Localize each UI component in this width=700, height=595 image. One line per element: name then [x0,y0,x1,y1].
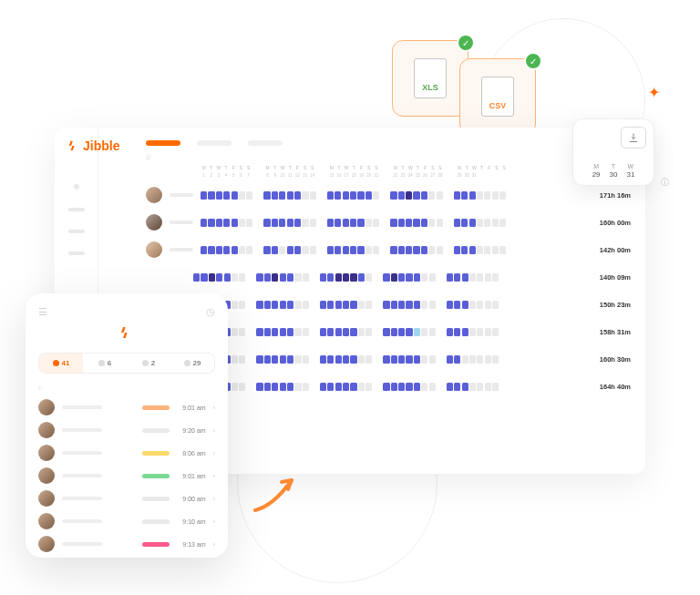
day-cell[interactable] [373,191,379,200]
day-cell[interactable] [391,383,397,391]
info-icon[interactable]: ⓘ [661,177,669,189]
day-cell[interactable] [287,191,293,200]
day-cell[interactable] [256,273,262,282]
day-cell[interactable] [239,273,245,282]
day-cell[interactable] [239,355,245,364]
day-cell[interactable] [343,273,349,282]
day-cell[interactable] [224,273,231,282]
day-cell[interactable] [272,191,278,200]
day-cell[interactable] [383,328,389,336]
day-cell[interactable] [320,383,326,391]
day-cell[interactable] [272,383,278,391]
day-cell[interactable] [447,383,453,391]
day-cell[interactable] [279,246,285,254]
day-cell[interactable] [413,219,419,227]
day-cell[interactable] [365,219,372,227]
day-cell[interactable] [272,328,278,336]
day-cell[interactable] [256,383,262,391]
day-cell[interactable] [327,301,334,309]
day-cell[interactable] [499,246,506,254]
day-cell[interactable] [216,219,222,227]
date-column[interactable]: M29 [592,163,601,180]
day-cell[interactable] [429,301,436,309]
day-cell[interactable] [232,219,238,227]
status-tab[interactable]: 29 [170,354,214,373]
day-cell[interactable] [280,301,286,309]
member-row[interactable]: 9:01 am › [38,467,215,484]
status-tab[interactable]: 6 [83,354,127,373]
day-cell[interactable] [406,383,412,391]
day-cell[interactable] [485,328,491,336]
day-cell[interactable] [447,355,453,364]
day-cell[interactable] [327,328,334,336]
day-cell[interactable] [310,219,316,227]
day-cell[interactable] [272,219,278,227]
day-cell[interactable] [294,219,301,227]
day-cell[interactable] [287,219,293,227]
day-cell[interactable] [485,273,491,282]
day-cell[interactable] [350,355,356,364]
day-cell[interactable] [246,191,252,200]
day-cell[interactable] [437,246,443,254]
day-cell[interactable] [343,246,349,254]
day-cell[interactable] [421,219,427,227]
day-cell[interactable] [462,355,468,364]
tab[interactable] [248,140,283,146]
day-cell[interactable] [272,273,278,282]
day-cell[interactable] [365,301,372,309]
day-cell[interactable] [484,191,490,200]
day-cell[interactable] [428,191,435,200]
day-cell[interactable] [246,219,252,227]
day-cell[interactable] [239,219,245,227]
day-cell[interactable] [462,328,468,336]
day-cell[interactable] [343,383,349,391]
day-cell[interactable] [327,383,334,391]
day-cell[interactable] [358,301,365,309]
day-cell[interactable] [373,219,379,227]
day-cell[interactable] [414,301,420,309]
day-cell[interactable] [263,219,270,227]
day-cell[interactable] [454,246,460,254]
day-cell[interactable] [327,246,334,254]
day-cell[interactable] [303,355,309,364]
day-cell[interactable] [320,273,326,282]
day-cell[interactable] [390,246,396,254]
day-cell[interactable] [492,328,499,336]
day-cell[interactable] [302,246,308,254]
day-cell[interactable] [201,246,207,254]
day-cell[interactable] [264,383,271,391]
day-cell[interactable] [335,273,342,282]
day-cell[interactable] [398,301,405,309]
day-cell[interactable] [391,355,397,364]
nav-item[interactable] [68,208,85,211]
day-cell[interactable] [208,191,214,200]
day-cell[interactable] [350,191,356,200]
day-cell[interactable] [246,246,252,254]
day-cell[interactable] [492,219,499,227]
member-row[interactable]: 9:10 am › [38,513,215,529]
day-cell[interactable] [477,383,483,391]
day-cell[interactable] [335,301,342,309]
day-cell[interactable] [264,273,271,282]
day-cell[interactable] [343,355,349,364]
day-cell[interactable] [287,328,293,336]
day-cell[interactable] [327,191,334,200]
day-cell[interactable] [327,219,334,227]
day-cell[interactable] [209,273,215,282]
search-icon[interactable]: ⌕ [38,383,215,392]
day-cell[interactable] [454,355,460,364]
day-cell[interactable] [383,273,389,282]
day-cell[interactable] [492,191,499,200]
day-cell[interactable] [454,383,460,391]
day-cell[interactable] [492,355,499,364]
day-cell[interactable] [350,219,356,227]
day-cell[interactable] [390,219,396,227]
day-cell[interactable] [485,383,491,391]
status-tab[interactable]: 2 [127,354,170,373]
day-cell[interactable] [406,273,412,282]
day-cell[interactable] [358,355,365,364]
day-cell[interactable] [232,246,238,254]
day-cell[interactable] [485,301,491,309]
day-cell[interactable] [303,383,309,391]
day-cell[interactable] [193,273,200,282]
